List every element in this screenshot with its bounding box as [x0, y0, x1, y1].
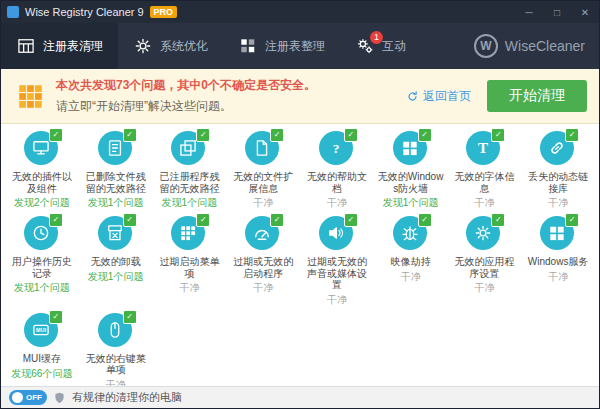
- item-checkbox-checked-icon[interactable]: ✓: [270, 128, 284, 142]
- cleanup-item[interactable]: ✓无效的文件扩展信息干净: [227, 127, 299, 212]
- item-label: 无效的应用程序设置: [450, 256, 520, 279]
- cleanup-item[interactable]: MUI✓MUI缓存发现66个问题: [6, 309, 78, 387]
- cleanup-item[interactable]: ✓映像劫持干净: [375, 212, 447, 309]
- item-status: 干净: [548, 196, 568, 210]
- wisecleaner-logo-icon: W: [474, 34, 498, 58]
- schedule-toggle[interactable]: OFF: [9, 390, 47, 405]
- item-checkbox-checked-icon[interactable]: ✓: [344, 128, 358, 142]
- item-status: 发现2个问题: [14, 196, 70, 210]
- item-checkbox-checked-icon[interactable]: ✓: [49, 128, 63, 142]
- item-icon-wrap: ✓: [24, 216, 60, 252]
- item-icon-wrap: ✓: [171, 216, 207, 252]
- cleanup-item[interactable]: T✓无效的字体信息干净: [449, 127, 521, 212]
- item-checkbox-checked-icon[interactable]: ✓: [565, 213, 579, 227]
- item-icon-wrap: T✓: [466, 131, 502, 167]
- cleanup-item[interactable]: ✓Windows服务干净: [522, 212, 594, 309]
- window-title: Wise Registry Cleaner 9: [25, 6, 144, 18]
- cleanup-item[interactable]: ✓无效的卸载发现1个问题: [80, 212, 152, 309]
- item-checkbox-checked-icon[interactable]: ✓: [196, 128, 210, 142]
- cleanup-item[interactable]: ✓已注册程序残留的无效路径发现1个问题: [154, 127, 226, 212]
- gear-icon: [133, 36, 153, 56]
- cleanup-item[interactable]: ✓无效的右键菜单项干净: [80, 309, 152, 387]
- item-status: 干净: [253, 281, 273, 295]
- back-home-label: 返回首页: [423, 88, 471, 105]
- cleanup-item[interactable]: ✓无效的插件以及组件发现2个问题: [6, 127, 78, 212]
- tab-community[interactable]: 1互动: [340, 23, 421, 69]
- item-status: 发现1个问题: [88, 270, 144, 284]
- toggle-knob: [12, 392, 23, 403]
- back-home-link[interactable]: 返回首页: [406, 88, 471, 105]
- item-label: 无效的Windows防火墙: [376, 171, 446, 194]
- scan-summary-text: 本次共发现73个问题，其中0个不确定是否安全。 请立即“开始清理”解决这些问题。: [56, 77, 406, 115]
- item-status: 干净: [474, 281, 494, 295]
- main-content: ✓无效的插件以及组件发现2个问题✓已删除文件残留的无效路径发现1个问题✓已注册程…: [1, 124, 599, 386]
- item-checkbox-checked-icon[interactable]: ✓: [418, 213, 432, 227]
- cleanup-item[interactable]: ✓丢失的动态链接库干净: [522, 127, 594, 212]
- pro-badge: PRO: [150, 6, 178, 18]
- item-status: 干净: [179, 281, 199, 295]
- item-checkbox-checked-icon[interactable]: ✓: [270, 213, 284, 227]
- item-checkbox-checked-icon[interactable]: ✓: [491, 213, 505, 227]
- cleanup-item[interactable]: ✓已删除文件残留的无效路径发现1个问题: [80, 127, 152, 212]
- cleanup-item[interactable]: ✓无效的Windows防火墙发现1个问题: [375, 127, 447, 212]
- cleanup-item[interactable]: ✓过期或无效的声音或媒体设置干净: [301, 212, 373, 309]
- close-icon[interactable]: ✕: [571, 1, 599, 23]
- item-icon-wrap: ✓: [319, 216, 355, 252]
- tab-registry-cleaner[interactable]: 注册表清理: [1, 23, 118, 69]
- cleanup-item[interactable]: ✓过期启动菜单项干净: [154, 212, 226, 309]
- item-checkbox-checked-icon[interactable]: ✓: [565, 128, 579, 142]
- item-icon-wrap: ✓: [24, 131, 60, 167]
- item-icon-wrap: ✓: [245, 131, 281, 167]
- maximize-icon[interactable]: □: [543, 1, 571, 23]
- refresh-icon: [406, 90, 419, 103]
- toggle-label: OFF: [26, 393, 42, 402]
- cleanup-item[interactable]: ✓过期或无效的启动程序干净: [227, 212, 299, 309]
- cleanup-item[interactable]: ?✓无效的帮助文档干净: [301, 127, 373, 212]
- item-status: 发现1个问题: [162, 196, 218, 210]
- cleanup-item[interactable]: ✓无效的应用程序设置干净: [449, 212, 521, 309]
- item-label: 丢失的动态链接库: [523, 171, 593, 194]
- item-icon-wrap: ✓: [540, 216, 576, 252]
- statusbar-text: 有规律的清理你的电脑: [72, 390, 182, 405]
- brand: W WiseCleaner: [474, 23, 599, 69]
- start-clean-button[interactable]: 开始清理: [487, 80, 587, 112]
- item-label: 映像劫持: [389, 256, 433, 268]
- item-checkbox-checked-icon[interactable]: ✓: [123, 128, 137, 142]
- titlebar: Wise Registry Cleaner 9 PRO ─ □ ✕: [1, 1, 599, 23]
- item-icon-wrap: ✓: [171, 131, 207, 167]
- item-label: 过期或无效的启动程序: [228, 256, 298, 279]
- item-status: 发现66个问题: [11, 367, 72, 381]
- item-label: 无效的卸载: [89, 256, 143, 268]
- item-checkbox-checked-icon[interactable]: ✓: [49, 213, 63, 227]
- item-checkbox-checked-icon[interactable]: ✓: [196, 213, 210, 227]
- item-checkbox-checked-icon[interactable]: ✓: [418, 128, 432, 142]
- minimize-icon[interactable]: ─: [515, 1, 543, 23]
- item-checkbox-checked-icon[interactable]: ✓: [49, 310, 63, 324]
- item-icon-wrap: ?✓: [319, 131, 355, 167]
- brand-name: WiseCleaner: [505, 38, 585, 54]
- statusbar: OFF 有规律的清理你的电脑: [1, 386, 599, 408]
- svg-text:?: ?: [333, 141, 340, 156]
- item-icon-wrap: ✓: [466, 216, 502, 252]
- item-checkbox-checked-icon[interactable]: ✓: [123, 310, 137, 324]
- tab-system-tuneup[interactable]: 系统优化: [118, 23, 223, 69]
- tab-label: 系统优化: [160, 38, 208, 55]
- item-status: 干净: [474, 196, 494, 210]
- item-checkbox-checked-icon[interactable]: ✓: [344, 213, 358, 227]
- item-checkbox-checked-icon[interactable]: ✓: [491, 128, 505, 142]
- item-icon-wrap: ✓: [393, 216, 429, 252]
- window-controls: ─ □ ✕: [515, 1, 599, 23]
- item-label: 过期启动菜单项: [155, 256, 225, 279]
- item-label: 已删除文件残留的无效路径: [81, 171, 151, 194]
- cleanup-item[interactable]: ✓用户操作历史记录发现1个问题: [6, 212, 78, 309]
- item-icon-wrap: ✓: [98, 313, 134, 349]
- item-label: 过期或无效的声音或媒体设置: [302, 256, 372, 291]
- item-label: 无效的插件以及组件: [7, 171, 77, 194]
- gears-icon: 1: [355, 36, 375, 56]
- tab-label: 注册表清理: [43, 38, 103, 55]
- item-label: 已注册程序残留的无效路径: [155, 171, 225, 194]
- tab-registry-defrag[interactable]: 注册表整理: [223, 23, 340, 69]
- item-checkbox-checked-icon[interactable]: ✓: [123, 213, 137, 227]
- item-label: MUI缓存: [21, 353, 63, 365]
- item-label: 无效的字体信息: [450, 171, 520, 194]
